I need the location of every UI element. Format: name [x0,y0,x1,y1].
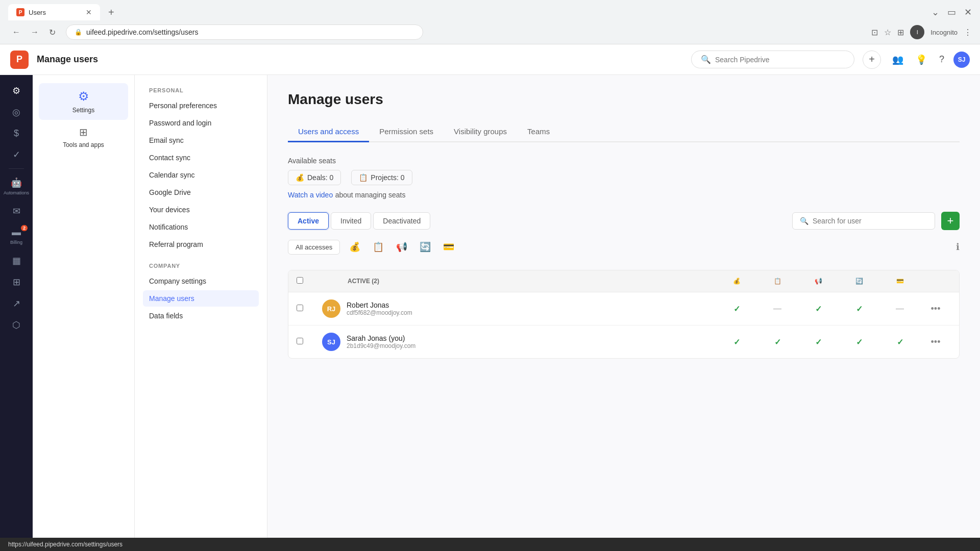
user-name-robert: Robert Jonas [347,301,412,309]
menu-item-calendar-sync[interactable]: Calendar sync [143,167,259,183]
menu-item-referral-program[interactable]: Referral program [143,236,259,253]
robert-more[interactable]: ••• [920,304,951,314]
sarah-more[interactable]: ••• [920,337,951,347]
minimize-button[interactable]: ⌄ [932,7,939,18]
col-header-deals: 💰 [716,278,757,285]
reload-button[interactable]: ↻ [45,26,60,39]
more-button-robert[interactable]: ••• [927,302,945,316]
menu-item-notifications[interactable]: Notifications [143,219,259,235]
settings-icon-item-tools[interactable]: ⊞ Tools and apps [39,120,128,155]
filter-tab-deactivated[interactable]: Deactivated [373,212,430,230]
menu-item-contact-sync[interactable]: Contact sync [143,149,259,166]
add-user-button[interactable]: + [941,212,960,230]
menu-item-google-drive[interactable]: Google Drive [143,184,259,201]
status-url: https://uifeed.pipedrive.com/settings/us… [8,541,122,548]
menu-item-manage-users[interactable]: Manage users [143,290,259,307]
topbar-search-input[interactable] [715,56,827,64]
extension-icon[interactable]: ⊞ [897,28,904,37]
nav-item-products[interactable]: ⬡ [3,315,30,335]
all-accesses-button[interactable]: All accesses [288,240,340,255]
robert-tasks: — [757,304,798,313]
filter-tab-active[interactable]: Active [288,212,329,230]
billing-filter-icon[interactable]: 💳 [440,238,457,256]
analytics-icon: ↗ [13,298,20,309]
deals-icon: $ [14,128,19,139]
new-tab-button[interactable]: + [104,5,118,20]
email-icon: ✉ [13,206,20,217]
menu-item-company-settings[interactable]: Company settings [143,273,259,289]
filter-tab-invited[interactable]: Invited [331,212,371,230]
app-layout: ⚙ ◎ $ ✓ 🤖 Automations ✉ ▬ Billing 2 [0,75,980,538]
row-checkbox-sarah[interactable] [297,338,303,344]
app-logo[interactable]: P [10,51,29,69]
tools-icon: ⊞ [79,126,88,138]
check-icon: ✓ [774,338,781,346]
col-header-tasks: 📋 [757,278,798,285]
info-icon[interactable]: ℹ [956,241,960,253]
table-header: ACTIVE (2) 💰 📋 📢 🔄 💳 [288,270,959,292]
menu-item-email-sync[interactable]: Email sync [143,132,259,148]
settings-icon-item-settings[interactable]: ⚙ Settings [39,83,128,120]
deals-seat-icon: 💰 [296,173,304,182]
user-info-sarah: SJ Sarah Jonas (you) 2b1d9c49@moodjoy.co… [322,333,716,351]
search-box[interactable]: 🔍 [792,212,935,230]
menu-item-data-fields[interactable]: Data fields [143,308,259,324]
reports-icon: ⊞ [13,277,20,288]
user-avatar[interactable]: SJ [953,52,970,68]
nav-item-automations[interactable]: 🤖 Automations [3,173,30,199]
robert-billing: — [879,304,920,313]
tab-close-button[interactable]: ✕ [86,8,92,16]
tab-permission-sets[interactable]: Permission sets [369,122,444,142]
tab-visibility-groups[interactable]: Visibility groups [444,122,517,142]
forward-button[interactable]: → [27,26,43,39]
topbar-search-box[interactable]: 🔍 [691,51,854,68]
deals-seat-label: Deals: 0 [307,173,333,182]
bookmark-icon[interactable]: ☆ [884,28,891,37]
profile-button[interactable]: I [910,25,924,39]
watch-video-link[interactable]: Watch a video [288,191,333,199]
menu-sidebar: PERSONAL Personal preferences Password a… [135,75,267,538]
browser-tab[interactable]: P Users ✕ [8,4,100,20]
search-input[interactable] [813,217,915,225]
seats-title: Available seats [288,157,960,165]
back-button[interactable]: ← [8,26,24,39]
topbar-add-button[interactable]: + [863,51,881,69]
lightbulb-icon[interactable]: 💡 [913,51,930,68]
contacts-icon[interactable]: 👥 [889,51,906,68]
tasks-filter-icon[interactable]: 📋 [370,238,387,256]
row-checkbox-robert[interactable] [297,305,303,311]
settings-label: Settings [72,107,94,114]
menu-item-password-login[interactable]: Password and login [143,115,259,131]
nav-item-settings[interactable]: ⚙ [3,81,30,101]
nav-item-calendar[interactable]: ▦ [3,251,30,270]
restore-button[interactable]: ▭ [947,7,956,18]
nav-item-tasks[interactable]: ✓ [3,145,30,164]
tab-teams[interactable]: Teams [517,122,560,142]
visibility-filter-icon[interactable]: 🔄 [416,238,434,256]
billing-badge: 2 [21,225,28,231]
select-all-checkbox[interactable] [297,277,303,284]
nav-item-activity[interactable]: ◎ [3,103,30,122]
menu-dots-icon[interactable]: ⋮ [964,28,972,37]
campaigns-filter-icon[interactable]: 📢 [393,238,410,256]
menu-item-your-devices[interactable]: Your devices [143,202,259,218]
cast-icon[interactable]: ⊡ [871,28,878,37]
close-window-button[interactable]: ✕ [964,7,972,18]
incognito-label: Incognito [930,29,958,36]
help-icon[interactable]: ? [936,51,947,68]
address-bar[interactable]: 🔒 uifeed.pipedrive.com/settings/users [66,24,423,40]
filter-right: 🔍 + [792,212,960,230]
filter-tabs: Active Invited Deactivated [288,212,430,230]
nav-label-billing: Billing [10,240,22,245]
projects-seat-label: Projects: 0 [371,173,404,182]
nav-item-email[interactable]: ✉ [3,202,30,221]
tab-users-access[interactable]: Users and access [288,122,369,142]
more-button-sarah[interactable]: ••• [927,335,945,349]
user-email-sarah: 2b1d9c49@moodjoy.com [347,342,415,349]
menu-item-personal-preferences[interactable]: Personal preferences [143,97,259,114]
deals-filter-icon[interactable]: 💰 [346,238,363,256]
nav-item-billing[interactable]: ▬ Billing 2 [3,223,30,249]
nav-item-analytics[interactable]: ↗ [3,294,30,313]
nav-item-deals[interactable]: $ [3,124,30,143]
nav-item-reports[interactable]: ⊞ [3,272,30,292]
